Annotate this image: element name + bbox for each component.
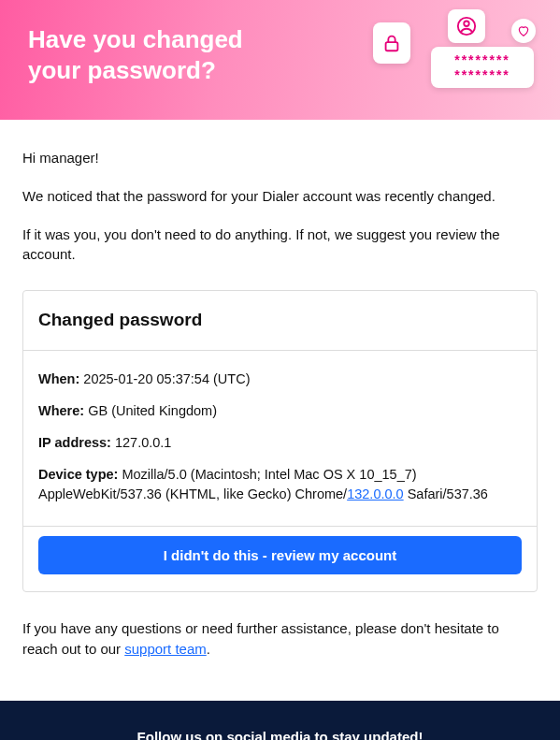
where-row: Where: GB (United Kingdom) [38,401,522,420]
chrome-version-link[interactable]: 132.0.0.0 [347,486,403,501]
support-team-link[interactable]: support team [124,641,207,657]
closing-prefix: If you have any questions or need furthe… [22,620,499,657]
ip-label: IP address: [38,435,111,450]
closing-text: If you have any questions or need furthe… [22,618,538,660]
advice-text: If it was you, you don't need to do anyt… [22,225,538,264]
ip-row: IP address: 127.0.0.1 [38,433,522,452]
box-action: I didn't do this - review my account [23,526,537,591]
device-label: Device type: [38,467,118,482]
device-suffix: Safari/537.36 [404,486,488,501]
header-title-line1: Have you changed [28,25,243,53]
svg-rect-2 [386,42,398,51]
box-title: Changed password [23,291,537,351]
email-header: Have you changed your password? ********… [0,0,560,120]
greeting-text: Hi manager! [22,148,538,167]
box-body: When: 2025-01-20 05:37:54 (UTC) Where: G… [23,351,537,526]
closing-suffix: . [207,641,210,657]
asterisks-row-2: ******** [454,67,510,82]
changed-password-box: Changed password When: 2025-01-20 05:37:… [22,290,538,592]
where-label: Where: [38,403,84,418]
user-icon [456,16,477,36]
password-card: ******** ******** [431,47,534,88]
ip-value: 127.0.0.1 [115,435,171,450]
when-row: When: 2025-01-20 05:37:54 (UTC) [38,370,522,388]
header-title: Have you changed your password? [28,24,290,85]
heart-icon [517,24,530,37]
heart-card [511,19,536,43]
when-value: 2025-01-20 05:37:54 (UTC) [83,371,250,386]
svg-point-1 [464,22,469,27]
user-card [448,9,485,43]
email-footer: Follow us on social media to stay update… [0,701,560,740]
header-title-line2: your password? [28,56,216,84]
review-account-button[interactable]: I didn't do this - review my account [38,536,522,574]
lock-card [373,22,410,64]
intro-text: We noticed that the password for your Di… [22,186,538,206]
footer-title: Follow us on social media to stay update… [0,727,560,740]
asterisks-row-1: ******** [454,52,510,67]
lock-icon [381,32,402,54]
where-value: GB (United Kingdom) [88,403,217,418]
device-row: Device type: Mozilla/5.0 (Macintosh; Int… [38,465,522,503]
when-label: When: [38,371,79,386]
header-illustration: ******** ******** [373,9,541,103]
email-body: Hi manager! We noticed that the password… [0,120,560,701]
